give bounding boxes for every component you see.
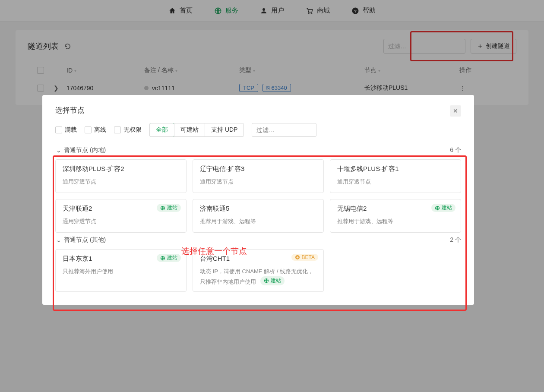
node-desc: 动态 IP，请使用 CNAME 解析 / 线路无优化，只推荐非内地用户使用 建站 xyxy=(200,267,316,286)
node-card[interactable]: 深圳移动PLUS-扩容2通用穿透节点 xyxy=(55,159,187,193)
node-desc: 通用穿透节点 xyxy=(200,177,316,187)
chevron-down-icon: ⌄ xyxy=(56,147,61,154)
filter-full[interactable]: 满载 xyxy=(55,126,77,134)
group-header[interactable]: ⌄普通节点 (其他)2 个 xyxy=(56,236,461,244)
node-card[interactable]: 辽宁电信-扩容3通用穿透节点 xyxy=(193,159,324,193)
node-desc: 推荐用于游戏、远程等 xyxy=(337,217,454,226)
node-desc: 通用穿透节点 xyxy=(63,177,179,187)
node-card[interactable]: 建站无锡电信2推荐用于游戏、远程等 xyxy=(330,199,461,233)
group-count: 6 个 xyxy=(450,146,461,154)
node-name: 深圳移动PLUS-扩容2 xyxy=(63,165,179,173)
modal-title: 选择节点 xyxy=(55,105,85,115)
node-name: 济南联通5 xyxy=(200,205,316,213)
select-node-modal: 选择节点 ✕ 满载 离线 无权限 全部 可建站 支持 UDP ⌄普通节点 (内地… xyxy=(42,95,474,305)
close-icon[interactable]: ✕ xyxy=(450,105,461,117)
site-badge: 建站 xyxy=(260,276,285,285)
node-card[interactable]: 济南联通5推荐用于游戏、远程等 xyxy=(193,199,324,233)
filter-offline[interactable]: 离线 xyxy=(85,126,106,134)
site-badge: 建站 xyxy=(431,204,455,212)
node-desc: 通用穿透节点 xyxy=(337,177,454,187)
site-badge: 建站 xyxy=(157,204,181,212)
segment-control: 全部 可建站 支持 UDP xyxy=(149,123,244,137)
node-desc: 推荐用于游戏、远程等 xyxy=(200,217,316,226)
node-name: 十堰多线PLUS-扩容1 xyxy=(337,165,454,173)
seg-cansite[interactable]: 可建站 xyxy=(174,123,205,136)
seg-all[interactable]: 全部 xyxy=(149,123,174,137)
node-card[interactable]: 建站日本东京1只推荐海外用户使用 xyxy=(55,249,187,292)
seg-udp[interactable]: 支持 UDP xyxy=(205,123,244,136)
node-desc: 通用穿透节点 xyxy=(63,217,179,226)
group-name: 普通节点 (内地) xyxy=(64,146,106,154)
group-header[interactable]: ⌄普通节点 (内地)6 个 xyxy=(56,146,461,154)
group-count: 2 个 xyxy=(450,236,461,244)
node-card[interactable]: 十堰多线PLUS-扩容1通用穿透节点 xyxy=(330,159,461,193)
chevron-down-icon: ⌄ xyxy=(56,237,61,243)
annotation-text: 选择任意一个节点 xyxy=(181,246,247,257)
filter-noperm[interactable]: 无权限 xyxy=(114,126,142,134)
node-name: 辽宁电信-扩容3 xyxy=(200,165,316,173)
node-card[interactable]: 建站天津联通2通用穿透节点 xyxy=(55,199,187,233)
modal-filter-input[interactable] xyxy=(252,123,316,137)
site-badge: 建站 xyxy=(157,254,181,262)
group-name: 普通节点 (其他) xyxy=(64,236,106,244)
node-desc: 只推荐海外用户使用 xyxy=(63,267,179,276)
beta-badge: BETA xyxy=(291,254,318,261)
